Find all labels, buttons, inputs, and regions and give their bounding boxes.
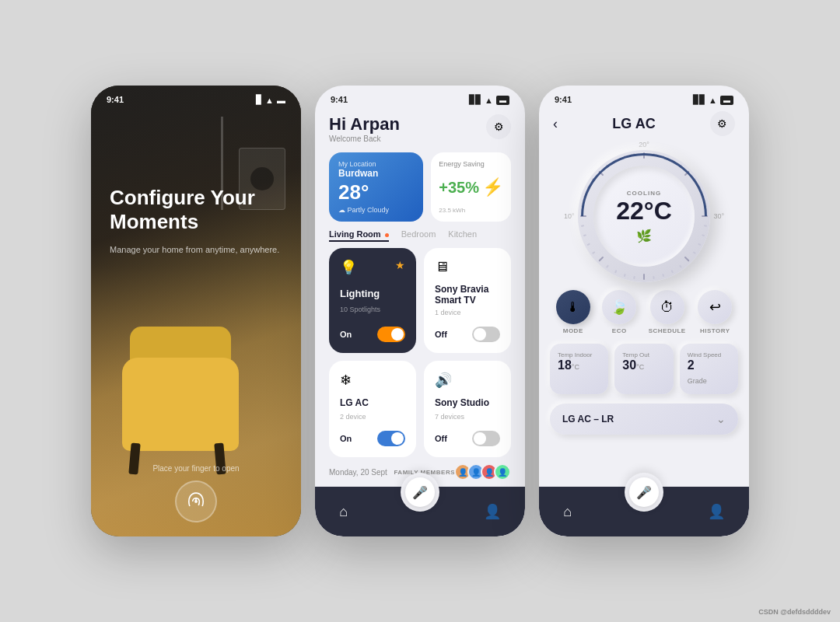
temp-label-top: 20° xyxy=(639,141,649,149)
fingerprint-button[interactable] xyxy=(175,480,217,522)
tv-icon: 🖥 xyxy=(435,259,449,275)
nav-home[interactable]: ⌂ xyxy=(339,504,348,520)
stat-wind-label: Wind Speed xyxy=(688,351,730,358)
greeting-name: Hi Arpan xyxy=(329,114,400,135)
wifi-icon: ▲ xyxy=(265,96,274,105)
settings-button[interactable]: ⚙ xyxy=(710,111,735,136)
signal-icon: ▊▊ xyxy=(469,95,481,105)
status-icons: ▊ ▲ ▬ xyxy=(256,95,285,105)
phone-3: 9:41 ▊▊ ▲ ▬ ‹ LG AC ⚙ 20° 10° 30° xyxy=(539,86,749,536)
studio-sub: 7 devices xyxy=(435,413,500,421)
studio-toggle[interactable] xyxy=(472,431,500,446)
bulb-icon: 💡 xyxy=(340,259,357,276)
weather-card: My Location Burdwan 28° ☁ Partly Cloudy xyxy=(329,152,423,222)
status-bar: 9:41 ▊▊ ▲ ▬ xyxy=(315,86,525,108)
settings-button[interactable]: ⚙ xyxy=(486,114,511,139)
mode-circle-eco[interactable]: 🍃 xyxy=(602,290,636,324)
battery-icon: ▬ xyxy=(720,96,733,105)
greeting-sub: Welcome Back xyxy=(329,135,400,143)
mode-label-history: HISTORY xyxy=(700,327,730,334)
ac-toggle[interactable] xyxy=(377,431,405,446)
mode-circle-schedule[interactable]: ⏱ xyxy=(650,290,684,324)
temp-label-right: 30° xyxy=(713,212,724,220)
navigation-bar: ⌂ 👤 🎤 xyxy=(539,487,749,536)
mic-bump: 🎤 xyxy=(625,473,663,512)
ac-state: On xyxy=(340,434,352,443)
mode-circle-history[interactable]: ↩ xyxy=(698,290,732,324)
mode-btn-eco: 🍃 ECO xyxy=(602,290,636,334)
page-title: LG AC xyxy=(612,116,655,132)
lighting-state: On xyxy=(340,330,352,339)
ac-header: ‹ LG AC ⚙ xyxy=(539,108,749,142)
ac-temp: 22°C xyxy=(616,197,672,225)
ac-name: LG AC xyxy=(340,397,405,408)
device-tv: 🖥 Sony Bravia Smart TV 1 device Off xyxy=(424,248,511,353)
tv-toggle[interactable] xyxy=(472,327,500,342)
tab-bedroom[interactable]: Bedroom xyxy=(401,229,436,242)
stat-indoor-label: Temp Indoor xyxy=(558,351,600,358)
chevron-down-icon: ⌄ xyxy=(716,413,726,425)
thermostat-dial-container: 20° 10° 30° .tick-gen { position:absolut… xyxy=(539,142,749,287)
weather-city: Burdwan xyxy=(338,168,414,179)
nav-profile[interactable]: 👤 xyxy=(484,503,501,520)
signal-icon: ▊ xyxy=(256,95,262,105)
nav-home[interactable]: ⌂ xyxy=(563,504,572,520)
room-tabs: Living Room Bedroom Kitchen xyxy=(315,228,525,248)
nav-profile[interactable]: 👤 xyxy=(708,503,725,520)
wifi-icon: ▲ xyxy=(709,96,717,105)
phone-1: 9:41 ▊ ▲ ▬ Configure Your Moments Manage… xyxy=(91,86,301,536)
ac-icon: ❄ xyxy=(340,372,352,389)
mode-buttons: 🌡 MODE 🍃 ECO ⏱ SCHEDULE ↩ HISTORY xyxy=(539,287,749,337)
weather-desc: ☁ Partly Cloudy xyxy=(338,206,414,214)
tab-living-room[interactable]: Living Room xyxy=(329,229,389,242)
stat-outdoor-label: Temp Out xyxy=(622,351,665,358)
energy-title: Energy Saving xyxy=(439,160,503,168)
weather-temp: 28° xyxy=(338,180,414,204)
watermark: CSDN @defdsddddev xyxy=(758,608,831,616)
phone-2: 9:41 ▊▊ ▲ ▬ Hi Arpan Welcome Back ⚙ My L… xyxy=(315,86,525,536)
finger-text: Place your finger to open xyxy=(152,464,239,473)
stat-wind-val: 2Grade xyxy=(688,358,730,386)
stat-indoor-val: 18°C xyxy=(558,358,600,372)
status-icons: ▊▊ ▲ ▬ xyxy=(693,95,733,105)
lighting-toggle[interactable] xyxy=(377,327,405,342)
wifi-icon: ▲ xyxy=(485,96,493,105)
dial-wrapper: 20° 10° 30° .tick-gen { position:absolut… xyxy=(578,150,710,282)
devices-grid: 💡 ★ Lighting 10 Spotlights On 🖥 Sony xyxy=(315,248,525,457)
family-avatars: 👤 👤 👤 👤 xyxy=(458,463,511,480)
ac-sub: 2 device xyxy=(340,413,405,421)
mode-label-schedule: SCHEDULE xyxy=(649,327,686,334)
hero-title: Configure Your Moments xyxy=(110,186,282,234)
status-icons: ▊▊ ▲ ▬ xyxy=(469,95,509,105)
device-studio: 🔊 Sony Studio 7 devices Off xyxy=(424,361,511,457)
temp-label-left: 10° xyxy=(564,212,575,220)
status-time: 9:41 xyxy=(555,95,572,105)
energy-card: Energy Saving +35% ⚡ 23.5 kWh xyxy=(431,152,511,222)
tv-sub: 1 device xyxy=(435,309,500,316)
mode-btn-schedule: ⏱ SCHEDULE xyxy=(649,290,686,334)
mode-label-mode: MODE xyxy=(563,327,583,334)
ac-dropdown[interactable]: LG AC – LR ⌄ xyxy=(550,404,738,435)
tab-kitchen[interactable]: Kitchen xyxy=(448,229,477,242)
date-label: Monday, 20 Sept xyxy=(329,468,387,477)
speaker-icon: 🔊 xyxy=(435,372,452,389)
greeting-header: Hi Arpan Welcome Back ⚙ xyxy=(315,108,525,149)
studio-state: Off xyxy=(435,434,447,443)
stat-wind: Wind Speed 2Grade xyxy=(680,344,738,394)
ac-mode: COOLING xyxy=(627,190,661,197)
battery-icon: ▬ xyxy=(277,96,285,105)
dial-outer[interactable]: .tick-gen { position:absolute; width:2px… xyxy=(578,150,710,282)
stats-row: Temp Indoor 18°C Temp Out 30°C Wind Spee… xyxy=(539,337,749,400)
dial-inner: COOLING 22°C 🌿 xyxy=(593,166,695,267)
weather-location-label: My Location xyxy=(338,160,414,168)
stat-outdoor: Temp Out 30°C xyxy=(614,344,673,394)
tv-name: Sony Bravia Smart TV xyxy=(435,284,500,306)
mic-button[interactable]: 🎤 xyxy=(629,477,659,507)
greeting-section: Hi Arpan Welcome Back xyxy=(329,114,400,143)
hero-section: Configure Your Moments Manage your home … xyxy=(91,108,301,257)
lightning-icon: ⚡ xyxy=(482,177,503,197)
back-button[interactable]: ‹ xyxy=(553,116,558,132)
mic-button[interactable]: 🎤 xyxy=(405,477,435,507)
hero-subtitle: Manage your home from anytime, anywhere. xyxy=(110,243,282,257)
mode-circle-active[interactable]: 🌡 xyxy=(556,290,590,324)
